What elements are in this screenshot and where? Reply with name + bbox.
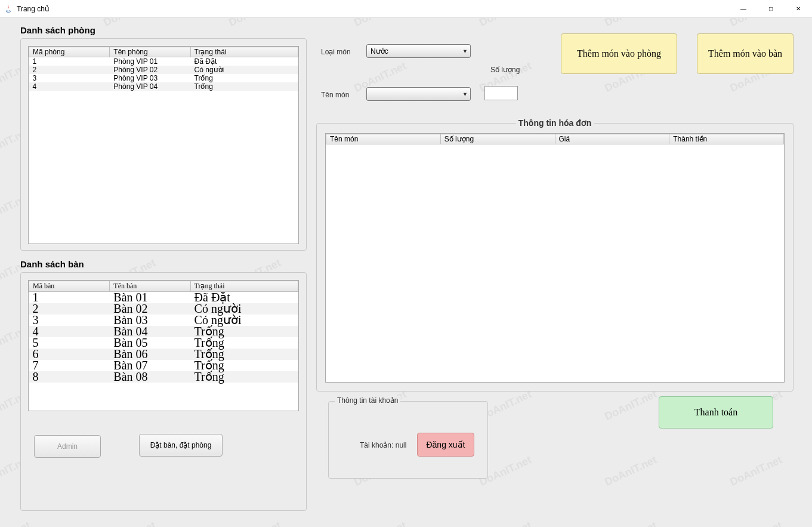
add-to-table-button[interactable]: Thêm món vào bàn bbox=[697, 33, 794, 74]
table-row[interactable]: 1Bàn 01Đã Đặt bbox=[29, 292, 298, 304]
type-label: Loại món bbox=[321, 48, 351, 56]
reserve-button[interactable]: Đặt bàn, đặt phòng bbox=[139, 434, 223, 457]
invoice-title: Thông tin hóa đơn bbox=[516, 118, 594, 128]
admin-button[interactable]: Admin bbox=[34, 435, 101, 458]
maximize-button[interactable]: □ bbox=[757, 0, 785, 18]
table-row[interactable]: 1Phòng VIP 01Đã Đặt bbox=[29, 57, 298, 66]
table-row[interactable]: 2Bàn 02Có người bbox=[29, 303, 298, 315]
tables-col-id[interactable]: Mã bàn bbox=[29, 281, 110, 292]
table-row[interactable]: 4Phòng VIP 04Trống bbox=[29, 82, 298, 91]
table-row[interactable]: 7Bàn 07Trống bbox=[29, 360, 298, 371]
invoice-col-price[interactable]: Giá bbox=[555, 134, 669, 144]
tables-col-name[interactable]: Tên bàn bbox=[110, 281, 190, 292]
invoice-col-name[interactable]: Tên món bbox=[326, 134, 441, 144]
type-select-value: Nước bbox=[371, 47, 388, 56]
name-select[interactable]: ▼ bbox=[366, 87, 471, 101]
tables-section-title: Danh sách bàn bbox=[20, 259, 84, 269]
name-label: Tên món bbox=[321, 91, 349, 99]
rooms-groupbox: Mã phòng Tên phòng Trạng thái 1Phòng VIP… bbox=[20, 38, 307, 251]
java-icon bbox=[4, 4, 13, 14]
pay-button[interactable]: Thanh toán bbox=[659, 396, 773, 429]
tables-table[interactable]: Mã bàn Tên bàn Trạng thái 1Bàn 01Đã Đặt2… bbox=[29, 281, 298, 383]
table-row[interactable]: 4Bàn 04Trống bbox=[29, 326, 298, 337]
chevron-down-icon: ▼ bbox=[462, 48, 468, 54]
table-row[interactable]: 5Bàn 05Trống bbox=[29, 337, 298, 349]
account-title: Thông tin tài khoản bbox=[335, 396, 400, 405]
table-row[interactable]: 2Phòng VIP 02Có người bbox=[29, 66, 298, 74]
chevron-down-icon: ▼ bbox=[462, 91, 468, 97]
rooms-col-status[interactable]: Trạng thái bbox=[190, 47, 298, 57]
table-row[interactable]: 3Phòng VIP 03Trống bbox=[29, 74, 298, 82]
rooms-section-title: Danh sách phòng bbox=[20, 25, 95, 35]
account-label: Tài khoản: null bbox=[360, 441, 406, 449]
close-button[interactable]: ✕ bbox=[785, 0, 812, 18]
type-select[interactable]: Nước ▼ bbox=[366, 44, 471, 58]
qty-input[interactable] bbox=[484, 86, 518, 100]
tables-col-status[interactable]: Trạng thái bbox=[190, 281, 298, 292]
add-to-room-button[interactable]: Thêm món vào phòng bbox=[561, 33, 677, 74]
qty-label: Số lượng bbox=[490, 66, 520, 74]
table-row[interactable]: 8Bàn 08Trống bbox=[29, 371, 298, 383]
invoice-col-qty[interactable]: Số lượng bbox=[440, 134, 555, 144]
invoice-col-total[interactable]: Thành tiền bbox=[669, 134, 784, 144]
rooms-col-id[interactable]: Mã phòng bbox=[29, 47, 110, 57]
rooms-table[interactable]: Mã phòng Tên phòng Trạng thái 1Phòng VIP… bbox=[29, 47, 298, 91]
minimize-button[interactable]: — bbox=[730, 0, 757, 18]
rooms-col-name[interactable]: Tên phòng bbox=[110, 47, 190, 57]
table-row[interactable]: 3Bàn 03Có người bbox=[29, 315, 298, 326]
table-row[interactable]: 6Bàn 06Trống bbox=[29, 349, 298, 360]
invoice-table[interactable]: Tên món Số lượng Giá Thành tiền bbox=[326, 134, 784, 144]
window-title: Trang chủ bbox=[17, 5, 50, 13]
tables-groupbox: Mã bàn Tên bàn Trạng thái 1Bàn 01Đã Đặt2… bbox=[20, 272, 307, 511]
account-groupbox: Thông tin tài khoản Tài khoản: null Đăng… bbox=[328, 401, 488, 479]
logout-button[interactable]: Đăng xuất bbox=[417, 433, 474, 457]
titlebar: Trang chủ — □ ✕ bbox=[0, 0, 812, 18]
invoice-groupbox: Thông tin hóa đơn Tên món Số lượng Giá T… bbox=[316, 123, 794, 392]
